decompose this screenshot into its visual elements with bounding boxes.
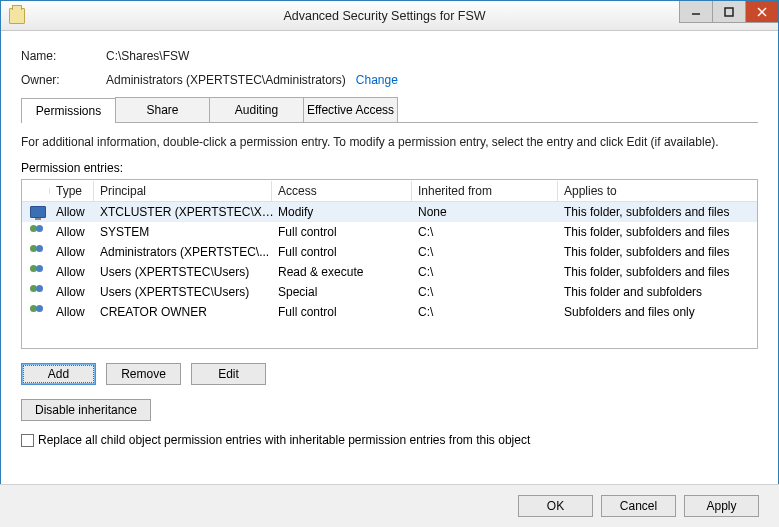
cell-access: Full control: [274, 245, 414, 259]
table-row[interactable]: AllowSYSTEMFull controlC:\This folder, s…: [22, 222, 757, 242]
tab-body: For additional information, double-click…: [21, 123, 758, 447]
cell-principal: Administrators (XPERTSTEC\...: [96, 245, 274, 259]
table-row[interactable]: AllowXTCLUSTER (XPERTSTEC\XTC...ModifyNo…: [22, 202, 757, 222]
users-icon: [24, 305, 52, 319]
tab-strip: Permissions Share Auditing Effective Acc…: [21, 97, 758, 123]
window-controls: [679, 1, 778, 23]
tab-effective-access[interactable]: Effective Access: [303, 97, 398, 122]
replace-checkbox-label[interactable]: Replace all child object permission entr…: [38, 433, 530, 447]
cell-applies: This folder, subfolders and files: [560, 225, 757, 239]
cell-applies: This folder, subfolders and files: [560, 265, 757, 279]
maximize-button[interactable]: [712, 1, 745, 23]
cancel-button[interactable]: Cancel: [601, 495, 676, 517]
change-owner-link[interactable]: Change: [356, 73, 398, 87]
cell-principal: XTCLUSTER (XPERTSTEC\XTC...: [96, 205, 274, 219]
cell-access: Full control: [274, 225, 414, 239]
col-icon-header[interactable]: [22, 188, 50, 194]
cell-type: Allow: [52, 225, 96, 239]
cell-type: Allow: [52, 205, 96, 219]
entries-label: Permission entries:: [21, 161, 758, 175]
cell-applies: Subfolders and files only: [560, 305, 757, 319]
list-header: Type Principal Access Inherited from App…: [22, 180, 757, 202]
col-principal-header[interactable]: Principal: [94, 181, 272, 201]
apply-button[interactable]: Apply: [684, 495, 759, 517]
owner-row: Owner: Administrators (XPERTSTEC\Adminis…: [21, 73, 758, 87]
col-type-header[interactable]: Type: [50, 181, 94, 201]
name-row: Name: C:\Shares\FSW: [21, 49, 758, 63]
close-button[interactable]: [745, 1, 778, 23]
content-area: Name: C:\Shares\FSW Owner: Administrator…: [1, 31, 778, 457]
svg-rect-1: [725, 8, 733, 16]
remove-button[interactable]: Remove: [106, 363, 181, 385]
name-value: C:\Shares\FSW: [106, 49, 189, 63]
name-label: Name:: [21, 49, 106, 63]
entry-buttons: Add Remove Edit: [21, 363, 758, 385]
cell-inherited: None: [414, 205, 560, 219]
add-button[interactable]: Add: [21, 363, 96, 385]
cell-inherited: C:\: [414, 265, 560, 279]
disable-inheritance-button[interactable]: Disable inheritance: [21, 399, 151, 421]
cell-principal: SYSTEM: [96, 225, 274, 239]
window-title: Advanced Security Settings for FSW: [31, 9, 778, 23]
cell-inherited: C:\: [414, 305, 560, 319]
cell-applies: This folder, subfolders and files: [560, 205, 757, 219]
tab-auditing[interactable]: Auditing: [209, 97, 304, 122]
table-row[interactable]: AllowAdministrators (XPERTSTEC\...Full c…: [22, 242, 757, 262]
cell-inherited: C:\: [414, 245, 560, 259]
cell-access: Modify: [274, 205, 414, 219]
table-row[interactable]: AllowUsers (XPERTSTEC\Users)SpecialC:\Th…: [22, 282, 757, 302]
folder-icon: [9, 8, 25, 24]
cell-inherited: C:\: [414, 285, 560, 299]
cell-type: Allow: [52, 245, 96, 259]
tab-share[interactable]: Share: [115, 97, 210, 122]
info-text: For additional information, double-click…: [21, 135, 758, 149]
table-row[interactable]: AllowUsers (XPERTSTEC\Users)Read & execu…: [22, 262, 757, 282]
owner-label: Owner:: [21, 73, 106, 87]
cell-principal: Users (XPERTSTEC\Users): [96, 285, 274, 299]
users-icon: [24, 225, 52, 239]
ok-button[interactable]: OK: [518, 495, 593, 517]
table-row[interactable]: AllowCREATOR OWNERFull controlC:\Subfold…: [22, 302, 757, 322]
col-access-header[interactable]: Access: [272, 181, 412, 201]
replace-checkbox-row: Replace all child object permission entr…: [21, 433, 758, 447]
col-applies-header[interactable]: Applies to: [558, 181, 757, 201]
cell-type: Allow: [52, 285, 96, 299]
cell-applies: This folder, subfolders and files: [560, 245, 757, 259]
titlebar: Advanced Security Settings for FSW: [1, 1, 778, 31]
cell-access: Read & execute: [274, 265, 414, 279]
replace-checkbox[interactable]: [21, 434, 34, 447]
dialog-footer: OK Cancel Apply: [0, 484, 779, 527]
users-icon: [24, 285, 52, 299]
users-icon: [24, 265, 52, 279]
col-inherited-header[interactable]: Inherited from: [412, 181, 558, 201]
cell-applies: This folder and subfolders: [560, 285, 757, 299]
edit-button[interactable]: Edit: [191, 363, 266, 385]
inherit-buttons: Disable inheritance: [21, 399, 758, 421]
cell-type: Allow: [52, 305, 96, 319]
cell-inherited: C:\: [414, 225, 560, 239]
tab-permissions[interactable]: Permissions: [21, 98, 116, 123]
users-icon: [24, 245, 52, 259]
cell-principal: CREATOR OWNER: [96, 305, 274, 319]
computer-icon: [24, 206, 52, 218]
minimize-button[interactable]: [679, 1, 712, 23]
cell-access: Special: [274, 285, 414, 299]
cell-access: Full control: [274, 305, 414, 319]
owner-value: Administrators (XPERTSTEC\Administrators…: [106, 73, 346, 87]
permission-list[interactable]: Type Principal Access Inherited from App…: [21, 179, 758, 349]
cell-principal: Users (XPERTSTEC\Users): [96, 265, 274, 279]
cell-type: Allow: [52, 265, 96, 279]
